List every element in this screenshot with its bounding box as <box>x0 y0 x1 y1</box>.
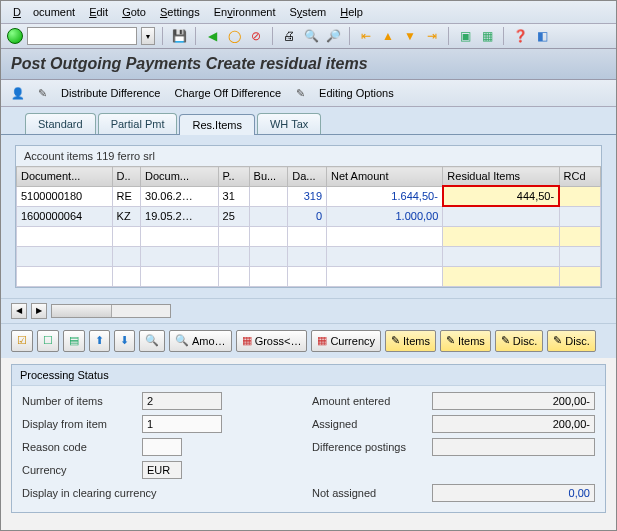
currency-button[interactable]: ▦Currency <box>311 330 381 352</box>
pencil-icon: ✎ <box>391 334 400 347</box>
sort-asc-button[interactable]: ⬆ <box>89 330 110 352</box>
col-docdate[interactable]: Docum... <box>141 167 219 187</box>
assigned-label: Assigned <box>312 418 432 430</box>
find-button[interactable]: 🔍 <box>139 330 165 352</box>
col-residual[interactable]: Residual Items <box>443 167 559 187</box>
gross-button[interactable]: ▦Gross<… <box>236 330 308 352</box>
table-row[interactable] <box>17 226 601 246</box>
disc-pencil2-button[interactable]: ✎Disc. <box>547 330 595 352</box>
table-row[interactable]: 5100000180 RE 30.06.2… 31 319 1.644,50- … <box>17 186 601 206</box>
next-page-icon[interactable]: ▼ <box>401 27 419 45</box>
deselect-all-icon: ☐ <box>43 334 53 347</box>
new-session-icon[interactable]: ▣ <box>456 27 474 45</box>
display-from-label: Display from item <box>22 418 142 430</box>
num-items-field[interactable] <box>142 392 222 410</box>
distribute-difference-button[interactable]: Distribute Difference <box>57 87 164 99</box>
reason-code-field[interactable] <box>142 438 182 456</box>
save-icon[interactable]: 💾 <box>170 27 188 45</box>
table-row[interactable] <box>17 246 601 266</box>
currency-field[interactable] <box>142 461 182 479</box>
binoculars2-icon: 🔍 <box>175 334 189 347</box>
select-all-icon: ☑ <box>17 334 27 347</box>
col-bu[interactable]: Bu... <box>249 167 288 187</box>
processing-status-title: Processing Status <box>12 365 605 386</box>
select-block-button[interactable]: ▤ <box>63 330 85 352</box>
back-icon[interactable]: ◀ <box>203 27 221 45</box>
table-header-row: Document... D.. Docum... P.. Bu... Da...… <box>17 167 601 187</box>
tab-wh-tax[interactable]: WH Tax <box>257 113 321 134</box>
edit-icon[interactable] <box>33 84 51 102</box>
sort-desc-button[interactable]: ⬇ <box>114 330 135 352</box>
tab-standard[interactable]: Standard <box>25 113 96 134</box>
command-bar: ▼ 💾 ◀ ◯ ⊘ 🖨 🔍 🔎 ⇤ ▲ ▼ ⇥ ▣ ▦ ❓ ◧ <box>1 24 616 49</box>
menu-goto[interactable]: Goto <box>116 4 152 20</box>
first-page-icon[interactable]: ⇤ <box>357 27 375 45</box>
items-table: Document... D.. Docum... P.. Bu... Da...… <box>16 166 601 287</box>
prev-page-icon[interactable]: ▲ <box>379 27 397 45</box>
charge-off-difference-button[interactable]: Charge Off Difference <box>170 87 285 99</box>
menu-document[interactable]: Document <box>7 4 81 20</box>
num-items-label: Number of items <box>22 395 142 407</box>
assigned-field[interactable] <box>432 415 595 433</box>
print-icon[interactable]: 🖨 <box>280 27 298 45</box>
sort-desc-icon: ⬇ <box>120 334 129 347</box>
cancel-icon[interactable]: ⊘ <box>247 27 265 45</box>
amount-button[interactable]: 🔍Amo… <box>169 330 232 352</box>
tab-partial-pmt[interactable]: Partial Pmt <box>98 113 178 134</box>
editing-options-button[interactable]: Editing Options <box>315 87 398 99</box>
not-assigned-label[interactable]: Not assigned <box>312 487 432 499</box>
menu-help[interactable]: Help <box>334 4 369 20</box>
find-next-icon[interactable]: 🔎 <box>324 27 342 45</box>
table-row[interactable]: 1600000064 KZ 19.05.2… 25 0 1.000,00 <box>17 206 601 226</box>
amount-entered-field[interactable] <box>432 392 595 410</box>
processing-status-frame: Processing Status Number of items Amount… <box>11 364 606 513</box>
account-items-title: Account items 119 ferro srl <box>16 146 601 166</box>
items-pencil2-button[interactable]: ✎Items <box>440 330 491 352</box>
menu-settings[interactable]: Settings <box>154 4 206 20</box>
shortcut-icon[interactable]: ▦ <box>478 27 496 45</box>
diff-postings-field[interactable] <box>432 438 595 456</box>
menu-edit[interactable]: Edit <box>83 4 114 20</box>
diff-postings-label: Difference postings <box>312 441 432 453</box>
menu-environment[interactable]: Environment <box>208 4 282 20</box>
help-icon[interactable]: ❓ <box>511 27 529 45</box>
editing-options-icon[interactable] <box>291 84 309 102</box>
enter-icon[interactable] <box>7 28 23 44</box>
menu-system[interactable]: System <box>284 4 333 20</box>
last-page-icon[interactable]: ⇥ <box>423 27 441 45</box>
col-p[interactable]: P.. <box>218 167 249 187</box>
scroll-thumb[interactable] <box>52 305 112 317</box>
display-from-field[interactable] <box>142 415 222 433</box>
col-rcd[interactable]: RCd <box>559 167 600 187</box>
tab-res-items[interactable]: Res.Items <box>179 114 255 135</box>
residual-input-active[interactable]: 444,50- <box>443 186 559 206</box>
col-document[interactable]: Document... <box>17 167 113 187</box>
disc-pencil-button[interactable]: ✎Disc. <box>495 330 543 352</box>
scroll-left-icon[interactable]: ◀ <box>11 303 27 319</box>
table-row[interactable] <box>17 266 601 286</box>
not-assigned-field[interactable] <box>432 484 595 502</box>
amount-entered-label: Amount entered <box>312 395 432 407</box>
deselect-all-button[interactable]: ☐ <box>37 330 59 352</box>
distribute-icon[interactable]: 👤 <box>9 84 27 102</box>
button-row: ☑ ☐ ▤ ⬆ ⬇ 🔍 🔍Amo… ▦Gross<… ▦Currency ✎It… <box>1 323 616 358</box>
app-toolbar: 👤 Distribute Difference Charge Off Diffe… <box>1 80 616 107</box>
pencil-icon: ✎ <box>553 334 562 347</box>
items-pencil-button[interactable]: ✎Items <box>385 330 436 352</box>
col-da[interactable]: Da... <box>288 167 327 187</box>
select-all-button[interactable]: ☑ <box>11 330 33 352</box>
layout-icon[interactable]: ◧ <box>533 27 551 45</box>
reason-code-label: Reason code <box>22 441 142 453</box>
command-dropdown[interactable]: ▼ <box>141 27 155 45</box>
sort-asc-icon: ⬆ <box>95 334 104 347</box>
find-icon[interactable]: 🔍 <box>302 27 320 45</box>
exit-icon[interactable]: ◯ <box>225 27 243 45</box>
col-netamount[interactable]: Net Amount <box>327 167 443 187</box>
scroll-right-icon[interactable]: ▶ <box>31 303 47 319</box>
col-d[interactable]: D.. <box>112 167 140 187</box>
scroll-track[interactable] <box>51 304 171 318</box>
command-field[interactable] <box>27 27 137 45</box>
tab-row: Standard Partial Pmt Res.Items WH Tax <box>1 107 616 135</box>
block-icon: ▤ <box>69 334 79 347</box>
currency-icon: ▦ <box>317 334 327 347</box>
